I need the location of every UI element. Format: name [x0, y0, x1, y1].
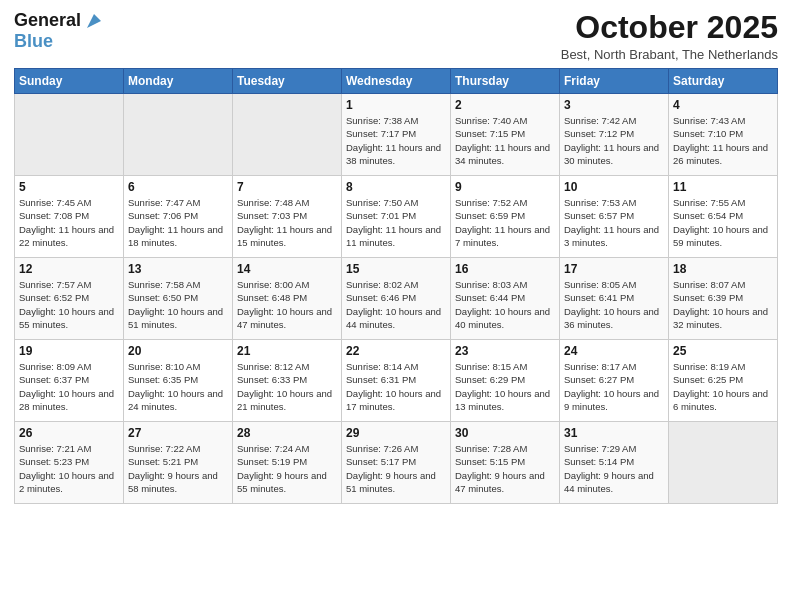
title-block: October 2025 Best, North Brabant, The Ne… [561, 10, 778, 62]
table-row: 21Sunrise: 8:12 AM Sunset: 6:33 PM Dayli… [233, 340, 342, 422]
col-sunday: Sunday [15, 69, 124, 94]
day-number: 1 [346, 98, 446, 112]
table-row: 6Sunrise: 7:47 AM Sunset: 7:06 PM Daylig… [124, 176, 233, 258]
table-row: 1Sunrise: 7:38 AM Sunset: 7:17 PM Daylig… [342, 94, 451, 176]
col-tuesday: Tuesday [233, 69, 342, 94]
calendar-week-2: 5Sunrise: 7:45 AM Sunset: 7:08 PM Daylig… [15, 176, 778, 258]
day-info: Sunrise: 8:05 AM Sunset: 6:41 PM Dayligh… [564, 278, 664, 331]
table-row: 5Sunrise: 7:45 AM Sunset: 7:08 PM Daylig… [15, 176, 124, 258]
logo-icon [83, 10, 105, 32]
day-info: Sunrise: 7:42 AM Sunset: 7:12 PM Dayligh… [564, 114, 664, 167]
location: Best, North Brabant, The Netherlands [561, 47, 778, 62]
table-row: 22Sunrise: 8:14 AM Sunset: 6:31 PM Dayli… [342, 340, 451, 422]
day-number: 8 [346, 180, 446, 194]
day-info: Sunrise: 7:28 AM Sunset: 5:15 PM Dayligh… [455, 442, 555, 495]
col-friday: Friday [560, 69, 669, 94]
day-info: Sunrise: 7:57 AM Sunset: 6:52 PM Dayligh… [19, 278, 119, 331]
day-info: Sunrise: 8:02 AM Sunset: 6:46 PM Dayligh… [346, 278, 446, 331]
day-info: Sunrise: 8:10 AM Sunset: 6:35 PM Dayligh… [128, 360, 228, 413]
day-info: Sunrise: 7:24 AM Sunset: 5:19 PM Dayligh… [237, 442, 337, 495]
day-info: Sunrise: 7:47 AM Sunset: 7:06 PM Dayligh… [128, 196, 228, 249]
day-info: Sunrise: 7:29 AM Sunset: 5:14 PM Dayligh… [564, 442, 664, 495]
table-row: 10Sunrise: 7:53 AM Sunset: 6:57 PM Dayli… [560, 176, 669, 258]
table-row: 28Sunrise: 7:24 AM Sunset: 5:19 PM Dayli… [233, 422, 342, 504]
day-number: 6 [128, 180, 228, 194]
table-row: 17Sunrise: 8:05 AM Sunset: 6:41 PM Dayli… [560, 258, 669, 340]
calendar-week-4: 19Sunrise: 8:09 AM Sunset: 6:37 PM Dayli… [15, 340, 778, 422]
month-title: October 2025 [561, 10, 778, 45]
day-number: 18 [673, 262, 773, 276]
day-number: 23 [455, 344, 555, 358]
day-number: 21 [237, 344, 337, 358]
day-number: 25 [673, 344, 773, 358]
day-number: 30 [455, 426, 555, 440]
day-info: Sunrise: 8:19 AM Sunset: 6:25 PM Dayligh… [673, 360, 773, 413]
day-info: Sunrise: 8:09 AM Sunset: 6:37 PM Dayligh… [19, 360, 119, 413]
table-row: 4Sunrise: 7:43 AM Sunset: 7:10 PM Daylig… [669, 94, 778, 176]
calendar-header-row: Sunday Monday Tuesday Wednesday Thursday… [15, 69, 778, 94]
calendar: Sunday Monday Tuesday Wednesday Thursday… [14, 68, 778, 504]
col-monday: Monday [124, 69, 233, 94]
logo: General Blue [14, 10, 105, 52]
calendar-week-5: 26Sunrise: 7:21 AM Sunset: 5:23 PM Dayli… [15, 422, 778, 504]
page: General Blue October 2025 Best, North Br… [0, 0, 792, 612]
day-number: 3 [564, 98, 664, 112]
day-info: Sunrise: 7:38 AM Sunset: 7:17 PM Dayligh… [346, 114, 446, 167]
header: General Blue October 2025 Best, North Br… [14, 10, 778, 62]
day-info: Sunrise: 7:48 AM Sunset: 7:03 PM Dayligh… [237, 196, 337, 249]
day-number: 27 [128, 426, 228, 440]
day-info: Sunrise: 7:45 AM Sunset: 7:08 PM Dayligh… [19, 196, 119, 249]
table-row: 23Sunrise: 8:15 AM Sunset: 6:29 PM Dayli… [451, 340, 560, 422]
table-row: 7Sunrise: 7:48 AM Sunset: 7:03 PM Daylig… [233, 176, 342, 258]
table-row: 16Sunrise: 8:03 AM Sunset: 6:44 PM Dayli… [451, 258, 560, 340]
table-row [669, 422, 778, 504]
day-number: 14 [237, 262, 337, 276]
table-row: 20Sunrise: 8:10 AM Sunset: 6:35 PM Dayli… [124, 340, 233, 422]
table-row: 15Sunrise: 8:02 AM Sunset: 6:46 PM Dayli… [342, 258, 451, 340]
day-info: Sunrise: 7:50 AM Sunset: 7:01 PM Dayligh… [346, 196, 446, 249]
day-number: 31 [564, 426, 664, 440]
calendar-week-1: 1Sunrise: 7:38 AM Sunset: 7:17 PM Daylig… [15, 94, 778, 176]
day-info: Sunrise: 7:58 AM Sunset: 6:50 PM Dayligh… [128, 278, 228, 331]
day-number: 15 [346, 262, 446, 276]
day-number: 17 [564, 262, 664, 276]
day-info: Sunrise: 8:14 AM Sunset: 6:31 PM Dayligh… [346, 360, 446, 413]
logo-text-blue: Blue [14, 32, 53, 52]
day-number: 22 [346, 344, 446, 358]
table-row [233, 94, 342, 176]
day-info: Sunrise: 7:40 AM Sunset: 7:15 PM Dayligh… [455, 114, 555, 167]
day-number: 26 [19, 426, 119, 440]
col-wednesday: Wednesday [342, 69, 451, 94]
day-number: 10 [564, 180, 664, 194]
table-row: 24Sunrise: 8:17 AM Sunset: 6:27 PM Dayli… [560, 340, 669, 422]
table-row: 8Sunrise: 7:50 AM Sunset: 7:01 PM Daylig… [342, 176, 451, 258]
day-number: 9 [455, 180, 555, 194]
day-info: Sunrise: 7:26 AM Sunset: 5:17 PM Dayligh… [346, 442, 446, 495]
table-row: 30Sunrise: 7:28 AM Sunset: 5:15 PM Dayli… [451, 422, 560, 504]
table-row: 3Sunrise: 7:42 AM Sunset: 7:12 PM Daylig… [560, 94, 669, 176]
day-number: 13 [128, 262, 228, 276]
table-row [15, 94, 124, 176]
day-number: 4 [673, 98, 773, 112]
day-info: Sunrise: 7:22 AM Sunset: 5:21 PM Dayligh… [128, 442, 228, 495]
table-row: 13Sunrise: 7:58 AM Sunset: 6:50 PM Dayli… [124, 258, 233, 340]
logo-text-general: General [14, 11, 81, 31]
day-number: 19 [19, 344, 119, 358]
col-thursday: Thursday [451, 69, 560, 94]
day-number: 5 [19, 180, 119, 194]
day-number: 29 [346, 426, 446, 440]
day-number: 11 [673, 180, 773, 194]
day-info: Sunrise: 8:07 AM Sunset: 6:39 PM Dayligh… [673, 278, 773, 331]
day-info: Sunrise: 7:53 AM Sunset: 6:57 PM Dayligh… [564, 196, 664, 249]
day-info: Sunrise: 8:00 AM Sunset: 6:48 PM Dayligh… [237, 278, 337, 331]
table-row: 14Sunrise: 8:00 AM Sunset: 6:48 PM Dayli… [233, 258, 342, 340]
table-row: 29Sunrise: 7:26 AM Sunset: 5:17 PM Dayli… [342, 422, 451, 504]
day-info: Sunrise: 8:03 AM Sunset: 6:44 PM Dayligh… [455, 278, 555, 331]
day-info: Sunrise: 8:15 AM Sunset: 6:29 PM Dayligh… [455, 360, 555, 413]
day-info: Sunrise: 7:52 AM Sunset: 6:59 PM Dayligh… [455, 196, 555, 249]
day-number: 16 [455, 262, 555, 276]
col-saturday: Saturday [669, 69, 778, 94]
table-row: 26Sunrise: 7:21 AM Sunset: 5:23 PM Dayli… [15, 422, 124, 504]
day-number: 28 [237, 426, 337, 440]
table-row: 18Sunrise: 8:07 AM Sunset: 6:39 PM Dayli… [669, 258, 778, 340]
